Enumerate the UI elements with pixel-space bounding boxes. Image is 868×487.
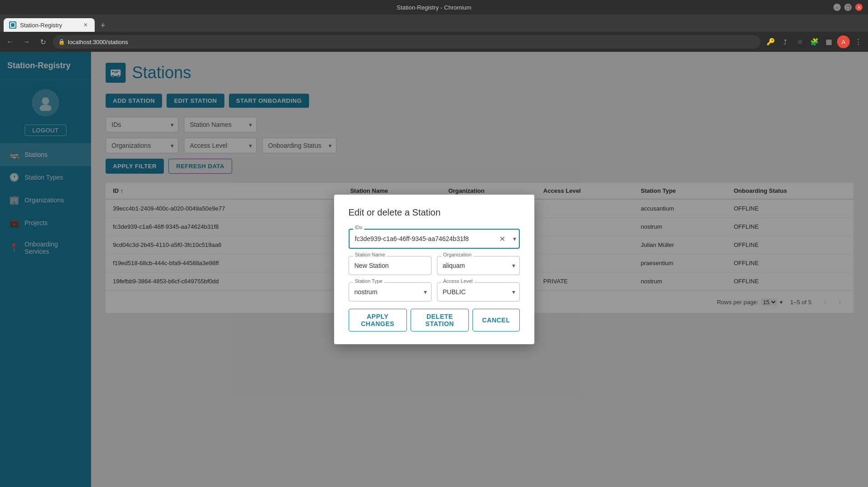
restore-button[interactable]: ❐ <box>844 4 852 11</box>
new-tab-button[interactable]: + <box>96 19 109 32</box>
browser-chrome: Station-Registry - Chromium – ❐ ✕ Statio… <box>0 0 868 52</box>
key-icon[interactable]: 🔑 <box>764 35 777 48</box>
address-bar[interactable]: 🔒 localhost:3000/stations <box>53 35 761 49</box>
back-button[interactable]: ← <box>4 35 16 48</box>
tab-favicon <box>9 21 16 29</box>
close-window-button[interactable]: ✕ <box>855 4 863 11</box>
window-controls: – ❐ ✕ <box>833 4 863 11</box>
apply-changes-button[interactable]: APPLY CHANGES <box>349 309 407 331</box>
browser-tabbar: Station-Registry ✕ + <box>0 15 868 32</box>
modal-title: Edit or delete a Station <box>349 207 520 218</box>
ids-field-label: IDs <box>353 225 365 230</box>
browser-addressbar: ← → ↻ 🔒 localhost:3000/stations 🔑 ⤴ ☆ 🧩 … <box>0 32 868 52</box>
station-type-select[interactable]: nostrum <box>349 282 431 301</box>
lock-icon: 🔒 <box>58 39 65 45</box>
browser-actions: 🔑 ⤴ ☆ 🧩 ▦ A ⋮ <box>764 35 864 48</box>
ids-input[interactable] <box>349 229 520 249</box>
station-name-field: Station Name <box>349 256 431 275</box>
minimize-button[interactable]: – <box>833 4 841 11</box>
station-name-label: Station Name <box>353 252 387 257</box>
share-icon[interactable]: ⤴ <box>779 35 792 48</box>
modal-actions: APPLY CHANGES DELETE STATION CANCEL <box>349 309 520 331</box>
organization-label: Organization <box>442 252 473 257</box>
ids-dropdown-button[interactable]: ▾ <box>513 235 516 242</box>
reload-button[interactable]: ↻ <box>36 35 49 48</box>
tab-close-button[interactable]: ✕ <box>82 21 89 29</box>
delete-station-button[interactable]: DELETE STATION <box>411 309 469 331</box>
menu-icon[interactable]: ⋮ <box>852 35 864 48</box>
cancel-button[interactable]: CANCEL <box>472 309 519 331</box>
profile-button[interactable]: A <box>837 35 850 48</box>
browser-title: Station-Registry - Chromium <box>397 4 472 11</box>
sidebar-toggle-icon[interactable]: ▦ <box>822 35 835 48</box>
forward-button[interactable]: → <box>20 35 33 48</box>
modal-ids-field: IDs ✕ ▾ <box>349 229 520 249</box>
modal-overlay: Edit or delete a Station IDs ✕ ▾ Station… <box>0 52 868 487</box>
url-display: localhost:3000/stations <box>68 39 128 45</box>
browser-tab[interactable]: Station-Registry ✕ <box>4 18 95 32</box>
station-type-field: Station Type nostrum ▾ <box>349 282 431 301</box>
bookmark-icon[interactable]: ☆ <box>793 35 806 48</box>
organization-select[interactable]: aliquam <box>437 256 520 275</box>
station-name-input[interactable] <box>349 256 431 275</box>
svg-rect-1 <box>11 23 15 27</box>
access-level-select[interactable]: PUBLIC <box>437 282 520 301</box>
tab-label: Station-Registry <box>20 22 62 29</box>
station-type-label: Station Type <box>353 278 385 284</box>
access-level-label: Access Level <box>442 278 475 284</box>
organization-field: Organization aliquam ▾ <box>437 256 520 275</box>
modal-name-org-row: Station Name Organization aliquam ▾ <box>349 256 520 275</box>
extensions-icon[interactable]: 🧩 <box>808 35 821 48</box>
browser-titlebar: Station-Registry - Chromium – ❐ ✕ <box>0 0 868 15</box>
modal-type-access-row: Station Type nostrum ▾ Access Level PUBL… <box>349 282 520 301</box>
edit-station-modal: Edit or delete a Station IDs ✕ ▾ Station… <box>334 195 534 344</box>
ids-clear-button[interactable]: ✕ <box>499 235 505 243</box>
access-level-field: Access Level PUBLIC ▾ <box>437 282 520 301</box>
